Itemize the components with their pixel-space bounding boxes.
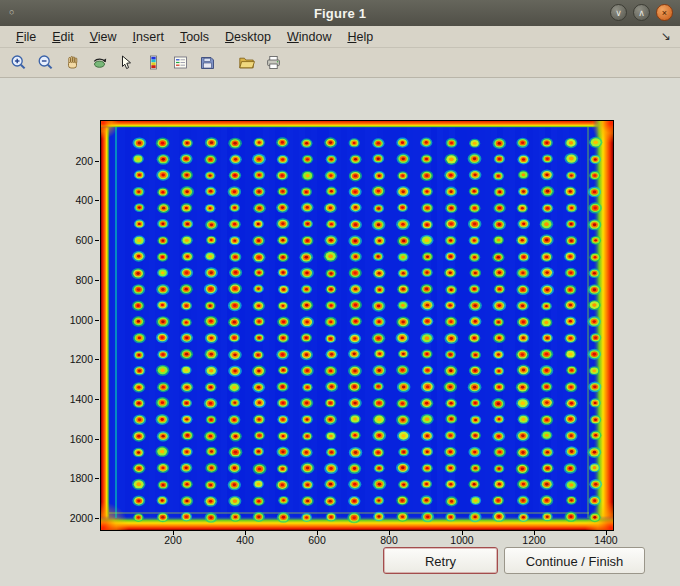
tick-mark [606,531,607,535]
tick-mark [534,531,535,535]
window-menu-icon[interactable]: ○ [9,8,14,17]
tick-mark [389,531,390,535]
window-title: Figure 1 [0,6,680,21]
pan-hand-button[interactable] [59,50,85,76]
rotate-3d-button[interactable] [86,50,112,76]
tick-mark [95,161,99,162]
tick-mark [173,531,174,535]
tick-mark [245,531,246,535]
rotate-3d-icon [90,53,109,72]
legend-button[interactable] [167,50,193,76]
y-tick-label: 600 [49,234,93,246]
save-icon [198,53,217,72]
data-cursor-button[interactable] [113,50,139,76]
x-tick-label: 1200 [510,534,558,546]
tick-mark [95,280,99,281]
tick-mark [317,531,318,535]
data-cursor-icon [117,53,136,72]
print-button[interactable] [260,50,286,76]
x-tick-label: 200 [149,534,197,546]
tick-mark [95,478,99,479]
tick-mark [95,240,99,241]
menu-item-view[interactable]: View [82,28,125,46]
menu-item-edit[interactable]: Edit [44,28,82,46]
zoom-in-button[interactable] [5,50,31,76]
plot-axes: 2004006008001000120014001600180020002004… [100,120,614,531]
continue-finish-button[interactable]: Continue / Finish [504,547,645,574]
zoom-in-icon [9,53,28,72]
print-icon [264,53,283,72]
y-tick-label: 1600 [49,433,93,445]
open-folder-button[interactable] [233,50,259,76]
y-tick-label: 2000 [49,512,93,524]
y-tick-label: 1200 [49,353,93,365]
tick-mark [462,531,463,535]
y-tick-label: 200 [49,155,93,167]
open-folder-icon [237,53,256,72]
y-tick-label: 1000 [49,314,93,326]
y-tick-label: 400 [49,194,93,206]
pan-hand-icon [63,53,82,72]
tick-mark [95,359,99,360]
x-tick-label: 400 [221,534,269,546]
tick-mark [95,399,99,400]
x-tick-label: 600 [293,534,341,546]
menu-bar: FileEditViewInsertToolsDesktopWindowHelp [0,26,680,48]
y-tick-label: 800 [49,274,93,286]
menu-item-insert[interactable]: Insert [125,28,172,46]
tick-mark [95,439,99,440]
titlebar[interactable]: ○ Figure 1 ∨ ∧ × [0,0,680,26]
menu-item-window[interactable]: Window [279,28,339,46]
colorbar-button[interactable] [140,50,166,76]
tick-mark [95,200,99,201]
minimize-button[interactable]: ∨ [610,4,627,21]
colorbar-icon [144,53,163,72]
maximize-button[interactable]: ∧ [633,4,650,21]
x-tick-label: 1400 [582,534,630,546]
menu-item-help[interactable]: Help [339,28,381,46]
x-tick-label: 800 [365,534,413,546]
window-controls: ∨ ∧ × [610,4,673,21]
y-tick-label: 1800 [49,472,93,484]
microarray-image[interactable] [101,121,613,530]
tick-mark [95,518,99,519]
legend-icon [171,53,190,72]
zoom-out-icon [36,53,55,72]
menu-item-file[interactable]: File [8,28,44,46]
close-button[interactable]: × [656,4,673,21]
zoom-out-button[interactable] [32,50,58,76]
save-button[interactable] [194,50,220,76]
menu-item-desktop[interactable]: Desktop [217,28,279,46]
dock-figure-icon[interactable]: ↘ [661,29,671,43]
figure-window: ○ Figure 1 ∨ ∧ × FileEditViewInsertTools… [0,0,680,586]
toolbar [0,48,680,78]
figure-canvas-area: 2004006008001000120014001600180020002004… [0,78,680,586]
x-tick-label: 1000 [438,534,486,546]
retry-button[interactable]: Retry [383,547,498,574]
menu-item-tools[interactable]: Tools [172,28,217,46]
tick-mark [95,320,99,321]
y-tick-label: 1400 [49,393,93,405]
